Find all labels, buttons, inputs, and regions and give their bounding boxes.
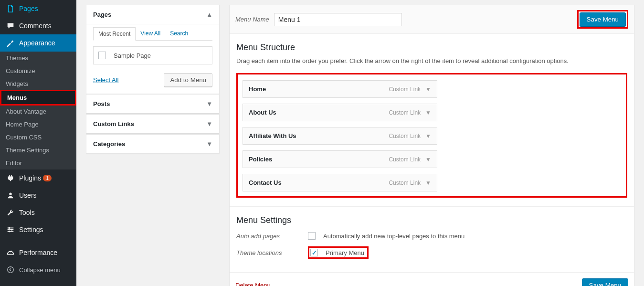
theme-locations-label: Theme locations bbox=[236, 249, 308, 256]
pages-tabs: Most Recent View All Search bbox=[93, 27, 212, 41]
caret-down-icon[interactable]: ▼ bbox=[425, 156, 431, 163]
tab-most-recent[interactable]: Most Recent bbox=[93, 27, 136, 41]
accordion-title: Posts bbox=[93, 100, 110, 107]
caret-down-icon[interactable]: ▼ bbox=[425, 180, 431, 186]
select-all-link[interactable]: Select All bbox=[93, 76, 118, 84]
collapse-menu[interactable]: Collapse menu bbox=[0, 261, 76, 278]
menu-item-title: Contact Us bbox=[249, 179, 282, 186]
collapse-icon bbox=[6, 265, 15, 275]
theme-locations-row: Theme locations Primary Menu bbox=[236, 246, 627, 259]
menu-name-label: Menu Name bbox=[235, 16, 269, 23]
appearance-icon bbox=[6, 38, 15, 48]
sidebar-label: Comments bbox=[19, 22, 52, 30]
accordion-header-pages[interactable]: Pages ▲ bbox=[86, 5, 219, 24]
checkbox-checked-icon[interactable] bbox=[310, 249, 318, 256]
svg-point-7 bbox=[8, 267, 14, 273]
highlight-primary-menu: Primary Menu bbox=[308, 246, 369, 259]
content-area: Pages ▲ Most Recent View All Search Samp… bbox=[76, 0, 644, 286]
menu-footer: Delete Menu Save Menu bbox=[230, 272, 634, 286]
submenu-about-vantage[interactable]: About Vantage bbox=[0, 105, 76, 118]
sidebar-label: Tools bbox=[19, 209, 35, 216]
sidebar-item-appearance[interactable]: Appearance bbox=[0, 34, 76, 52]
submenu-customize[interactable]: Customize bbox=[0, 64, 76, 77]
menu-item-meta: Custom Link▼ bbox=[389, 156, 431, 163]
admin-sidebar: Pages Comments Appearance Themes Customi… bbox=[0, 0, 76, 286]
svg-point-4 bbox=[9, 227, 11, 229]
add-to-menu-button[interactable]: Add to Menu bbox=[164, 73, 212, 87]
sidebar-item-tools[interactable]: Tools bbox=[0, 204, 76, 221]
svg-point-0 bbox=[9, 193, 11, 195]
accordion-categories: Categories ▼ bbox=[86, 134, 220, 154]
collapse-label: Collapse menu bbox=[19, 266, 61, 274]
add-items-column: Pages ▲ Most Recent View All Search Samp… bbox=[86, 5, 220, 281]
menu-item-meta: Custom Link▼ bbox=[389, 180, 431, 186]
caret-down-icon: ▼ bbox=[206, 100, 212, 107]
auto-add-row: Auto add pages Automatically add new top… bbox=[236, 232, 627, 240]
sidebar-item-comments[interactable]: Comments bbox=[0, 17, 76, 34]
comments-icon bbox=[6, 21, 15, 31]
menu-header: Menu Name Save Menu bbox=[230, 5, 634, 34]
sidebar-item-settings[interactable]: Settings bbox=[0, 221, 76, 238]
sidebar-item-pages[interactable]: Pages bbox=[0, 0, 76, 17]
menu-structure-desc: Drag each item into the order you prefer… bbox=[236, 57, 627, 64]
menu-edit-column: Menu Name Save Menu Menu Structure Drag … bbox=[229, 5, 634, 281]
sidebar-label: Settings bbox=[19, 226, 43, 233]
menu-item-about-us[interactable]: About Us Custom Link▼ bbox=[243, 104, 437, 121]
menu-item-meta: Custom Link▼ bbox=[389, 109, 431, 116]
sidebar-label: Plugins bbox=[19, 174, 41, 182]
checkbox-icon[interactable] bbox=[308, 232, 316, 240]
menu-item-contact-us[interactable]: Contact Us Custom Link▼ bbox=[243, 174, 437, 191]
sidebar-label: Pages bbox=[19, 5, 38, 12]
appearance-submenu: Themes Customize Widgets Menus About Van… bbox=[0, 52, 76, 169]
auto-add-checkbox[interactable]: Automatically add new top-level pages to… bbox=[308, 232, 465, 240]
menu-item-title: Home bbox=[249, 85, 266, 93]
menu-item-policies[interactable]: Policies Custom Link▼ bbox=[243, 150, 437, 168]
tools-icon bbox=[6, 208, 15, 217]
menu-item-title: About Us bbox=[249, 109, 276, 116]
submenu-custom-css[interactable]: Custom CSS bbox=[0, 131, 76, 144]
performance-icon bbox=[6, 248, 15, 257]
menu-body: Menu Structure Drag each item into the o… bbox=[230, 42, 634, 272]
sidebar-label: Appearance bbox=[19, 39, 55, 47]
plugins-icon bbox=[6, 173, 15, 183]
tab-view-all[interactable]: View All bbox=[136, 27, 165, 40]
accordion-header-custom-links[interactable]: Custom Links ▼ bbox=[86, 115, 219, 134]
caret-down-icon[interactable]: ▼ bbox=[425, 133, 431, 139]
menu-item-title: Affiliate With Us bbox=[249, 132, 296, 139]
accordion-title: Custom Links bbox=[93, 120, 134, 127]
highlight-menu-items: Home Custom Link▼ About Us Custom Link▼ … bbox=[236, 73, 627, 198]
submenu-theme-settings[interactable]: Theme Settings bbox=[0, 144, 76, 157]
plugins-badge: 1 bbox=[43, 175, 52, 181]
submenu-themes[interactable]: Themes bbox=[0, 52, 76, 64]
submenu-menus[interactable]: Menus bbox=[0, 90, 76, 106]
menu-edit-panel: Menu Name Save Menu Menu Structure Drag … bbox=[229, 5, 634, 286]
caret-down-icon[interactable]: ▼ bbox=[425, 109, 431, 116]
caret-down-icon[interactable]: ▼ bbox=[425, 86, 431, 93]
checkbox-icon[interactable] bbox=[98, 52, 106, 59]
accordion-body-pages: Most Recent View All Search Sample Page … bbox=[86, 27, 219, 94]
sidebar-item-users[interactable]: Users bbox=[0, 187, 76, 204]
submenu-widgets[interactable]: Widgets bbox=[0, 77, 76, 90]
tab-search[interactable]: Search bbox=[165, 27, 193, 40]
accordion-header-categories[interactable]: Categories ▼ bbox=[86, 135, 219, 153]
svg-point-6 bbox=[9, 231, 11, 233]
page-checkbox-sample[interactable]: Sample Page bbox=[98, 52, 207, 59]
caret-up-icon: ▲ bbox=[206, 11, 212, 18]
submenu-editor[interactable]: Editor bbox=[0, 157, 76, 169]
submenu-home-page[interactable]: Home Page bbox=[0, 118, 76, 131]
menu-item-home[interactable]: Home Custom Link▼ bbox=[243, 80, 437, 98]
accordion-title: Categories bbox=[93, 140, 125, 148]
menu-name-input[interactable] bbox=[274, 13, 402, 26]
auto-add-text: Automatically add new top-level pages to… bbox=[323, 233, 465, 240]
delete-menu-link[interactable]: Delete Menu bbox=[235, 282, 271, 286]
sidebar-item-plugins[interactable]: Plugins 1 bbox=[0, 169, 76, 187]
save-menu-button-bottom[interactable]: Save Menu bbox=[582, 278, 628, 286]
primary-menu-checkbox[interactable]: Primary Menu bbox=[310, 249, 364, 256]
menu-item-meta: Custom Link▼ bbox=[389, 86, 431, 93]
sidebar-item-performance[interactable]: Performance bbox=[0, 244, 76, 261]
accordion-header-posts[interactable]: Posts ▼ bbox=[86, 95, 219, 114]
caret-down-icon: ▼ bbox=[206, 140, 212, 148]
save-menu-button-top[interactable]: Save Menu bbox=[580, 12, 626, 26]
menu-item-title: Policies bbox=[249, 156, 272, 163]
menu-item-affiliate[interactable]: Affiliate With Us Custom Link▼ bbox=[243, 127, 437, 145]
